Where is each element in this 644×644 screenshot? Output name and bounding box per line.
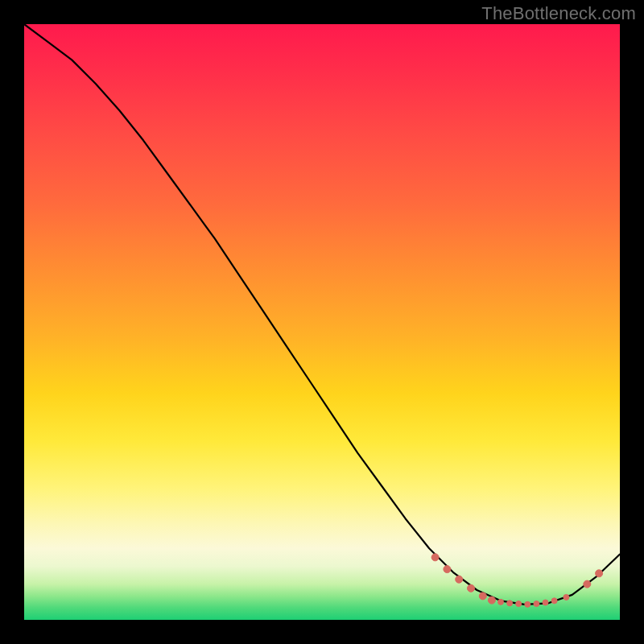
- watermark-text: TheBottleneck.com: [481, 3, 636, 24]
- gradient-plot-area: [24, 24, 620, 620]
- chart-stage: TheBottleneck.com: [0, 0, 644, 644]
